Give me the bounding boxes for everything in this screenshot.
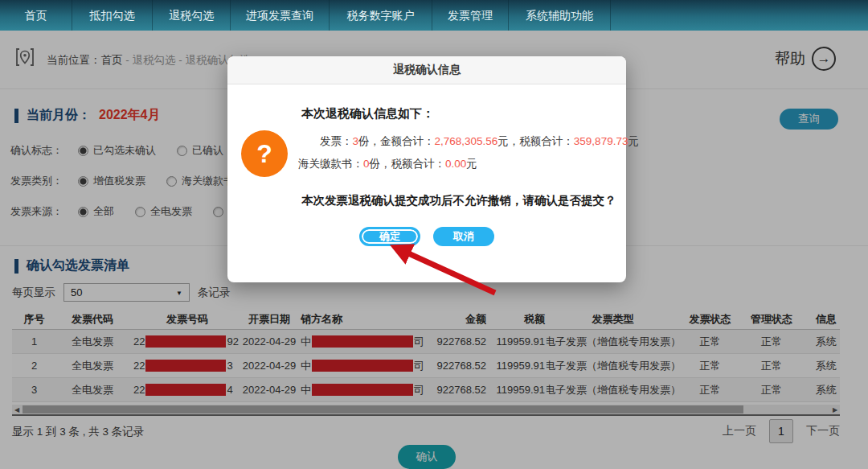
text-segment: 份，金额合计： [358,135,435,147]
nav-item-invoice-management[interactable]: 发票管理 [432,0,509,31]
invoice-summary-line: 发票：3份，金额合计：2,768,305.56元，税额合计：359,879.73… [298,130,639,153]
nav-item-tax-digital-account[interactable]: 税务数字账户 [330,0,432,31]
nav-item-deduction-check[interactable]: 抵扣勾选 [72,0,153,31]
top-navbar: 首页 抵扣勾选 退税勾选 进项发票查询 税务数字账户 发票管理 系统辅助功能 [0,0,868,31]
nav-item-home[interactable]: 首页 [0,0,72,31]
question-mark-icon: ? [241,130,288,177]
dialog-intro: 本次退税确认信息如下： [301,106,434,121]
customs-summary-line: 海关缴款书：0份，税额合计：0.00元 [298,153,639,175]
customs-count: 0 [363,158,370,170]
text-segment: 份，税额合计： [370,158,446,170]
nav-item-tax-refund-check[interactable]: 退税勾选 [153,0,231,31]
amount-total: 2,768,305.56 [435,135,498,147]
nav-item-input-invoice-query[interactable]: 进项发票查询 [231,0,330,31]
tax-total: 359,879.73 [574,135,628,147]
text-segment: 发票： [320,135,353,147]
app-window: 首页 抵扣勾选 退税勾选 进项发票查询 税务数字账户 发票管理 系统辅助功能 当… [0,0,868,469]
ok-button[interactable]: 确定 [359,227,420,246]
nav-item-system-aux[interactable]: 系统辅助功能 [509,0,611,31]
refund-confirm-dialog: 退税确认信息 本次退税确认信息如下： ? 发票：3份，金额合计：2,768,30… [227,56,626,282]
cancel-button[interactable]: 取消 [433,227,494,246]
customs-tax-total: 0.00 [445,158,466,170]
invoice-count: 3 [353,135,359,147]
text-segment: 元 [628,135,639,147]
text-segment: 元 [466,158,477,170]
dialog-summary-lines: 发票：3份，金额合计：2,768,305.56元，税额合计：359,879.73… [298,130,639,175]
text-segment: 元，税额合计： [497,135,574,147]
dialog-buttons: 确定 取消 [227,227,626,246]
dialog-title: 退税确认信息 [227,56,626,84]
dialog-warning: 本次发票退税确认提交成功后不允许撤销，请确认是否提交？ [301,193,616,208]
text-segment: 海关缴款书： [298,158,363,170]
